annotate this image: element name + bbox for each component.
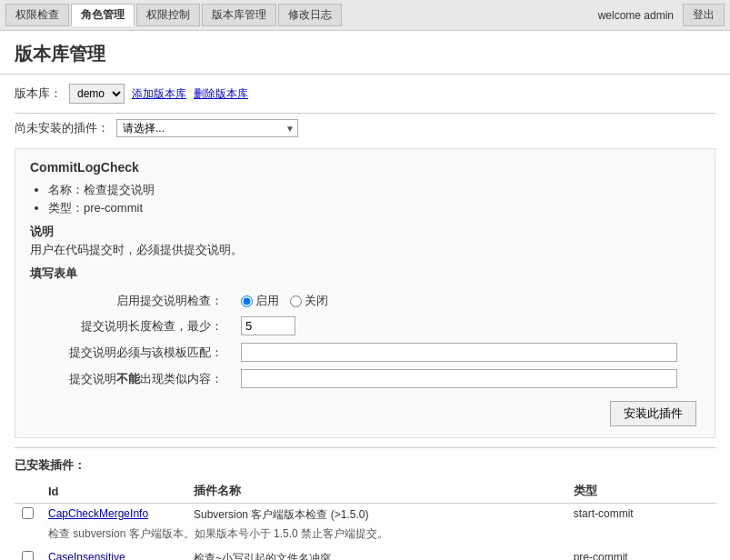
installed-label: 已安装插件： xyxy=(15,457,715,474)
not-contains-input[interactable] xyxy=(241,369,677,388)
radio-enable-label: 启用 xyxy=(255,293,279,309)
logout-button[interactable]: 登出 xyxy=(683,4,725,26)
page-title: 版本库管理 xyxy=(0,31,730,75)
installed-table: Id 插件名称 类型 CapCheckMergeInfo Subversion … xyxy=(15,479,715,560)
delete-repo-link[interactable]: 删除版本库 xyxy=(194,86,248,102)
plugin-form-table: 启用提交说明检查： 启用 关闭 提交说明长度检查，最少： xyxy=(48,289,718,392)
plugin-details-box: CommitLogCheck 名称：检查提交说明 类型：pre-commit 说… xyxy=(15,148,715,438)
plugin-desc-text: 用户在代码提交时，必须提供提交说明。 xyxy=(30,242,700,258)
plugin-id-link-1[interactable]: CapCheckMergeInfo xyxy=(48,507,148,520)
table-row: CapCheckMergeInfo Subversion 客户端版本检查 (>1… xyxy=(15,504,715,527)
tab-repo-mgmt[interactable]: 版本库管理 xyxy=(202,4,276,26)
tab-modify-log[interactable]: 修改日志 xyxy=(278,4,342,26)
top-navigation: 权限检查 角色管理 权限控制 版本库管理 修改日志 welcome admin … xyxy=(0,0,730,31)
row-checkbox-1[interactable] xyxy=(22,507,34,519)
radio-disable[interactable]: 关闭 xyxy=(290,293,328,309)
install-button[interactable]: 安装此插件 xyxy=(610,401,696,426)
col-id: Id xyxy=(41,479,186,504)
plugin-desc-text-1: 检查 subversion 客户端版本。如果版本号小于 1.5.0 禁止客户端提… xyxy=(41,526,715,547)
plugin-select-wrapper: 请选择... ▼ xyxy=(116,119,298,137)
plugin-meta-name: 名称：检查提交说明 xyxy=(48,182,700,198)
repo-row: 版本库： demo 添加版本库 删除版本库 xyxy=(15,84,715,104)
radio-disable-input[interactable] xyxy=(290,295,302,307)
repo-label: 版本库： xyxy=(15,85,62,102)
col-type: 类型 xyxy=(566,479,715,504)
field-min-length-label: 提交说明长度检查，最少： xyxy=(48,313,230,339)
plugin-name-cell-2: 检查~小写引起的文件名冲突 xyxy=(186,547,566,560)
plugin-type-cell-2: pre-commit xyxy=(566,547,715,560)
install-btn-row: 安装此插件 xyxy=(30,401,700,426)
field-pattern-label: 提交说明必须与该模板匹配： xyxy=(48,339,230,365)
divider-1 xyxy=(15,113,715,114)
tab-access-control[interactable]: 权限控制 xyxy=(136,4,200,26)
field-not-contains: 提交说明不能出现类似内容： xyxy=(48,365,718,392)
plugin-form-title: 填写表单 xyxy=(30,265,700,282)
plugin-meta: 名称：检查提交说明 类型：pre-commit xyxy=(30,182,700,216)
welcome-text: welcome admin xyxy=(591,6,681,25)
uninstalled-label: 尚未安装的插件： xyxy=(15,120,109,136)
plugin-select[interactable]: 请选择... xyxy=(116,119,298,137)
radio-group-enable: 启用 关闭 xyxy=(241,293,711,309)
plugin-type-cell-1: start-commit xyxy=(566,504,715,527)
field-min-length: 提交说明长度检查，最少： xyxy=(48,313,718,339)
field-enable-label: 启用提交说明检查： xyxy=(48,289,230,313)
pattern-input[interactable] xyxy=(241,343,677,362)
plugin-desc-title: 说明 xyxy=(30,224,700,240)
repo-select[interactable]: demo xyxy=(69,84,125,104)
plugin-name-title: CommitLogCheck xyxy=(30,160,700,175)
add-repo-link[interactable]: 添加版本库 xyxy=(132,86,186,102)
radio-disable-label: 关闭 xyxy=(305,293,328,309)
field-not-contains-label: 提交说明不能出现类似内容： xyxy=(48,365,230,392)
field-pattern: 提交说明必须与该模板匹配： xyxy=(48,339,718,365)
radio-enable-input[interactable] xyxy=(241,295,253,307)
installed-section: 已安装插件： Id 插件名称 类型 CapCheckMergeInfo xyxy=(15,457,715,560)
row-checkbox-2[interactable] xyxy=(22,551,34,560)
plugin-desc-row-1: 检查 subversion 客户端版本。如果版本号小于 1.5.0 禁止客户端提… xyxy=(15,526,715,547)
min-length-input[interactable] xyxy=(241,316,295,335)
plugin-meta-type: 类型：pre-commit xyxy=(48,200,700,216)
main-content: 版本库： demo 添加版本库 删除版本库 尚未安装的插件： 请选择... ▼ … xyxy=(0,75,730,560)
radio-enable[interactable]: 启用 xyxy=(241,293,279,309)
tab-roles[interactable]: 角色管理 xyxy=(71,4,135,26)
col-plugin-name: 插件名称 xyxy=(186,479,566,504)
col-checkbox xyxy=(15,479,41,504)
uninstalled-plugins-row: 尚未安装的插件： 请选择... ▼ xyxy=(15,119,715,137)
field-enable: 启用提交说明检查： 启用 关闭 xyxy=(48,289,718,313)
divider-2 xyxy=(15,447,715,448)
plugin-id-link-2[interactable]: CaseInsensitive xyxy=(48,551,125,560)
plugin-name-cell-1: Subversion 客户端版本检查 (>1.5.0) xyxy=(186,504,566,527)
table-row: CaseInsensitive 检查~小写引起的文件名冲突 pre-commit xyxy=(15,547,715,560)
tab-permissions[interactable]: 权限检查 xyxy=(5,4,69,26)
